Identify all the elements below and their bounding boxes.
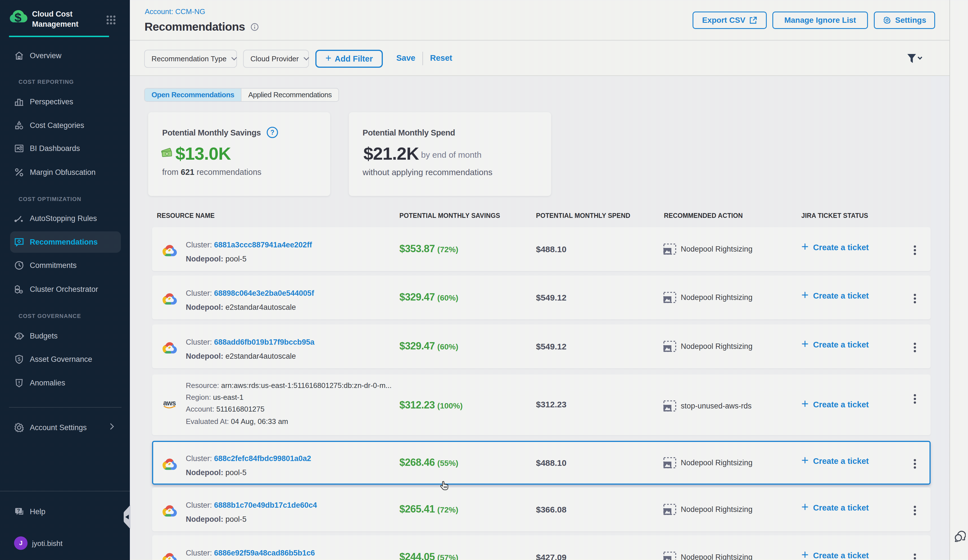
svg-text:$: $ bbox=[18, 333, 20, 339]
svg-text:$: $ bbox=[15, 11, 22, 25]
svg-text:?: ? bbox=[270, 129, 274, 136]
svg-text:aws: aws bbox=[163, 399, 176, 407]
svg-text:?: ? bbox=[17, 508, 20, 513]
svg-text:$: $ bbox=[18, 356, 20, 362]
